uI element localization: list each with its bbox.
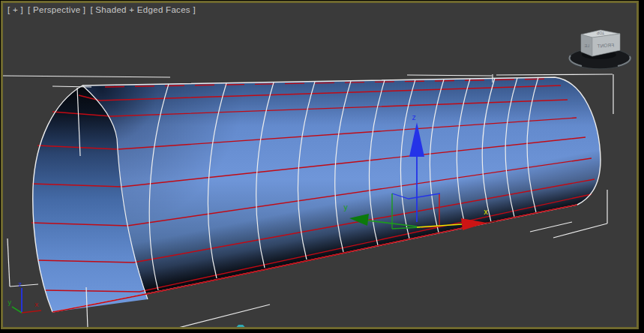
viewcube-top-label: TOP: [596, 31, 604, 35]
viewcube-left-label: LE: [584, 44, 589, 48]
viewport-label-bar: [ + ][ Perspective ][ Shaded + Edged Fac…: [7, 5, 200, 14]
world-z-label: z: [18, 280, 22, 288]
world-y-label: y: [7, 298, 12, 306]
application-frame: [ + ][ Perspective ][ Shaded + Edged Fac…: [0, 0, 644, 333]
viewcube-front-label: FRONT: [597, 42, 614, 48]
gizmo-x-label: x: [484, 208, 488, 216]
viewport-pov-menu[interactable]: [ Perspective ]: [28, 5, 85, 14]
world-x-label: x: [34, 301, 39, 308]
perspective-viewport[interactable]: [ + ][ Perspective ][ Shaded + Edged Fac…: [1, 1, 639, 329]
viewport-canvas[interactable]: z y x z y: [3, 3, 637, 327]
gizmo-z-label: z: [412, 113, 416, 122]
viewport-shading-menu[interactable]: [ Shaded + Edged Faces ]: [90, 5, 196, 14]
gizmo-y-label: y: [343, 203, 348, 212]
viewport-general-menu[interactable]: [ + ]: [7, 5, 23, 14]
